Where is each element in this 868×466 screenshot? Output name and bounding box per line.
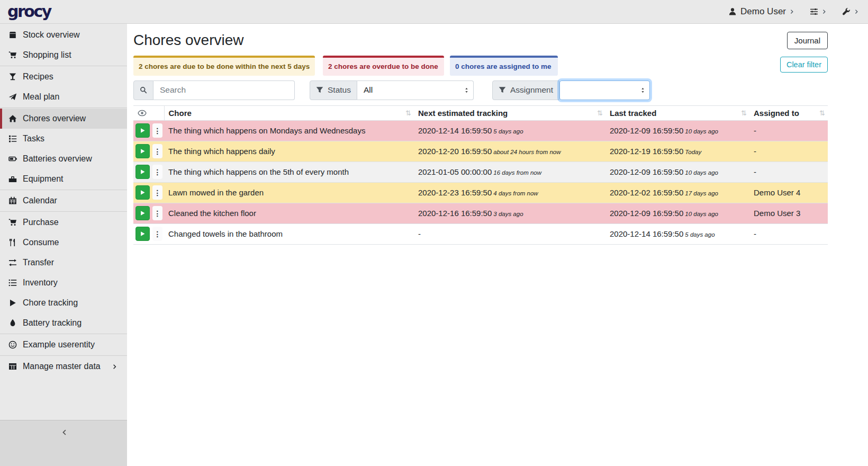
sidebar-item-chores-overview[interactable]: Chores overview — [0, 109, 127, 129]
sidebar-item-tasks[interactable]: Tasks — [0, 129, 127, 149]
play-icon — [140, 128, 146, 133]
track-execution-button[interactable] — [135, 123, 150, 138]
sidebar-item-chore-tracking[interactable]: Chore tracking — [0, 293, 127, 313]
sidebar-item-equipment[interactable]: Equipment — [0, 169, 127, 189]
play-icon — [140, 148, 146, 154]
next-tracking-relative: 4 days from now — [493, 190, 538, 196]
assignment-select[interactable] — [559, 80, 650, 100]
column-visibility-header[interactable] — [133, 105, 164, 120]
clear-filter-button[interactable]: Clear filter — [780, 57, 828, 73]
assigned-to-me-banner[interactable]: 0 chores are assigned to me — [450, 56, 558, 76]
sidebar-item-transfer[interactable]: Transfer — [0, 253, 127, 273]
next-tracking-date: - — [418, 229, 421, 238]
next-tracking-date: 2021-01-05 00:00:00 — [418, 167, 492, 176]
sidebar-divider — [0, 190, 127, 190]
table-row: ⋮ Cleaned the kitchen floor 2020-12-16 1… — [133, 203, 828, 223]
admin-menu[interactable] — [842, 7, 860, 16]
next-tracking-cell: 2021-01-05 00:00:0016 days from now — [414, 162, 605, 182]
cocktail-icon — [7, 73, 18, 81]
track-execution-button[interactable] — [135, 185, 150, 200]
calendar-icon — [7, 196, 18, 205]
row-menu-button[interactable]: ⋮ — [152, 144, 162, 158]
last-tracked-cell: 2020-12-09 16:59:5010 days ago — [605, 120, 749, 141]
sidebar-item-purchase[interactable]: Purchase — [0, 212, 127, 232]
last-tracked-date: 2020-12-02 16:59:50 — [610, 188, 683, 197]
row-menu-button[interactable]: ⋮ — [152, 165, 162, 179]
column-header-assigned-to[interactable]: Assigned to⇅ — [749, 105, 828, 120]
last-tracked-relative: 10 days ago — [685, 128, 718, 135]
app-logo[interactable]: grocy — [7, 4, 51, 20]
sidebar-item-inventory[interactable]: Inventory — [0, 273, 127, 293]
search-icon — [140, 86, 147, 94]
row-menu-button[interactable]: ⋮ — [152, 206, 162, 220]
chevron-right-icon — [110, 364, 121, 370]
column-header-chore[interactable]: Chore⇅ — [164, 105, 414, 120]
sidebar-item-label: Chores overview — [23, 114, 86, 123]
chore-name: The thing which happens daily — [164, 141, 414, 162]
status-label: Status — [328, 85, 351, 95]
sidebar-item-recipes[interactable]: Recipes — [0, 67, 127, 87]
next-tracking-date: 2020-12-16 16:59:50 — [418, 209, 492, 218]
last-tracked-date: 2020-12-09 16:59:50 — [610, 126, 683, 135]
sidebar-item-batteries-overview[interactable]: Batteries overview — [0, 149, 127, 169]
sidebar-item-meal-plan[interactable]: Meal plan — [0, 87, 127, 107]
assigned-to-cell: Demo User 3 — [749, 203, 828, 223]
sidebar-collapse-button[interactable] — [0, 420, 127, 466]
exchange-icon — [7, 258, 18, 267]
tint-icon — [7, 319, 18, 327]
sidebar-item-shopping-list[interactable]: Shopping list — [0, 45, 127, 65]
status-select[interactable]: All — [357, 80, 474, 100]
sidebar-divider — [0, 107, 127, 108]
sidebar-item-calendar[interactable]: Calendar — [0, 191, 127, 211]
smiley-icon — [7, 340, 18, 349]
settings-menu[interactable] — [810, 7, 827, 16]
next-tracking-date: 2020-12-14 16:59:50 — [418, 126, 492, 135]
assigned-to-cell: Demo User 4 — [749, 182, 828, 203]
due-soon-banner[interactable]: 2 chores are due to be done within the n… — [133, 56, 315, 76]
list-icon — [7, 279, 18, 287]
main-content: Chores overview Journal 2 chores are due… — [127, 24, 868, 466]
row-menu-button[interactable]: ⋮ — [152, 123, 162, 138]
filter-icon — [316, 86, 323, 94]
chevron-right-icon — [790, 9, 795, 14]
last-tracked-relative: 17 days ago — [685, 190, 718, 196]
column-header-next-estimated-tracking[interactable]: Next estimated tracking⇅ — [414, 105, 605, 120]
sidebar-item-stock-overview[interactable]: Stock overview — [0, 25, 127, 45]
track-execution-button[interactable] — [135, 206, 150, 220]
row-menu-button[interactable]: ⋮ — [152, 227, 162, 241]
last-tracked-date: 2020-12-09 16:59:50 — [610, 209, 683, 218]
assignment-label: Assignment — [510, 85, 553, 95]
last-tracked-relative: 5 days ago — [685, 231, 715, 238]
track-execution-button[interactable] — [135, 227, 150, 241]
next-tracking-cell: 2020-12-14 16:59:505 days ago — [414, 120, 605, 141]
next-tracking-cell: 2020-12-20 16:59:50about 24 hours from n… — [414, 141, 605, 162]
next-tracking-date: 2020-12-20 16:59:50 — [418, 147, 492, 156]
status-selected-value: All — [364, 85, 373, 95]
column-header-last-tracked[interactable]: Last tracked⇅ — [605, 105, 749, 120]
last-tracked-date: 2020-12-19 16:59:50 — [610, 147, 683, 156]
sidebar-divider — [0, 334, 127, 334]
journal-button[interactable]: Journal — [787, 32, 828, 49]
sidebar-item-label: Calendar — [23, 196, 57, 205]
sidebar-item-label: Battery tracking — [23, 318, 82, 328]
sidebar-item-battery-tracking[interactable]: Battery tracking — [0, 313, 127, 333]
play-icon — [140, 210, 146, 216]
navbar-right: Demo User — [728, 6, 860, 17]
track-execution-button[interactable] — [135, 144, 150, 158]
play-icon — [140, 190, 146, 195]
overdue-banner[interactable]: 2 chores are overdue to be done — [323, 56, 444, 76]
sidebar-item-label: Manage master data — [23, 362, 101, 371]
sidebar-item-label: Inventory — [23, 278, 58, 288]
box-icon — [7, 31, 18, 39]
assigned-to-cell: - — [749, 223, 828, 244]
sidebar-item-manage-master-data[interactable]: Manage master data — [0, 356, 127, 377]
chores-table: Chore⇅ Next estimated tracking⇅ Last tra… — [133, 105, 828, 245]
track-execution-button[interactable] — [135, 165, 150, 179]
row-menu-button[interactable]: ⋮ — [152, 185, 162, 200]
sidebar-item-consume[interactable]: Consume — [0, 232, 127, 253]
sidebar-item-example-userentity[interactable]: Example userentity — [0, 335, 127, 355]
search-input[interactable] — [153, 80, 295, 100]
sidebar-item-label: Equipment — [23, 174, 64, 184]
next-tracking-cell: 2020-12-23 16:59:504 days from now — [414, 182, 605, 203]
user-menu[interactable]: Demo User — [728, 6, 795, 17]
